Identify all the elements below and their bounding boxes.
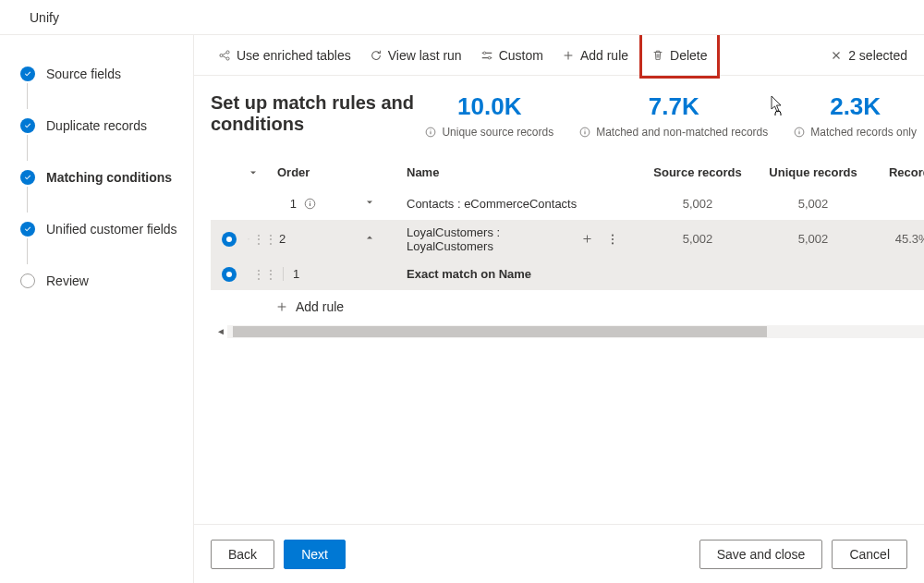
row-source-records: 5,002 <box>638 191 758 216</box>
cancel-button[interactable]: Cancel <box>832 540 907 569</box>
step-review[interactable]: Review <box>20 270 182 292</box>
custom-button[interactable]: Custom <box>473 44 551 67</box>
use-enriched-tables-button[interactable]: Use enriched tables <box>211 44 359 67</box>
step-source-fields[interactable]: Source fields <box>20 63 182 85</box>
step-label: Source fields <box>46 67 121 81</box>
horizontal-scrollbar[interactable]: ◄ ► <box>211 325 924 338</box>
plus-icon <box>562 49 575 62</box>
chevron-down-icon[interactable] <box>364 197 375 208</box>
plus-icon <box>275 300 288 313</box>
add-rule-row[interactable]: Add rule <box>211 290 924 323</box>
check-icon <box>20 67 35 81</box>
table-row[interactable]: ⋮⋮ 2 LoyalCustomers : LoyalCustomers 5,0… <box>211 220 924 259</box>
step-matching-conditions[interactable]: Matching conditions <box>20 166 182 188</box>
info-icon <box>579 127 590 138</box>
step-duplicate-records[interactable]: Duplicate records <box>20 115 182 137</box>
button-label: Use enriched tables <box>237 48 351 63</box>
button-label: Custom <box>499 48 543 63</box>
stat-value: 7.7K <box>579 92 768 121</box>
row-order: 2 <box>279 232 286 246</box>
stat-matched-only: 2.3K Matched records only <box>794 92 917 140</box>
scroll-left-icon[interactable]: ◄ <box>214 326 227 336</box>
button-label: Add rule <box>580 48 628 63</box>
stat-label: Matched records only <box>810 125 917 140</box>
save-and-close-button[interactable]: Save and close <box>699 540 823 569</box>
stat-matched-nonmatched: 7.7K Matched and non-matched records <box>579 92 768 140</box>
command-bar: Use enriched tables View last run Custom… <box>194 35 924 76</box>
button-label: Delete <box>670 48 707 63</box>
row-name: Contacts : eCommerceContacts <box>407 191 638 216</box>
step-unified-customer-fields[interactable]: Unified customer fields <box>20 218 182 240</box>
row-records <box>869 199 924 210</box>
step-label: Duplicate records <box>46 118 147 133</box>
row-selected-icon[interactable] <box>222 232 237 247</box>
selection-count-label: 2 selected <box>848 48 907 63</box>
info-icon[interactable] <box>304 198 316 210</box>
stat-value: 2.3K <box>794 92 917 121</box>
x-icon <box>830 49 843 62</box>
table-header: Order Name Source records Unique records… <box>211 157 924 188</box>
step-label: Unified customer fields <box>46 222 177 237</box>
col-source-records[interactable]: Source records <box>638 165 758 179</box>
plus-icon[interactable] <box>581 233 593 245</box>
stat-value: 10.0K <box>425 92 553 121</box>
view-last-run-button[interactable]: View last run <box>362 44 469 67</box>
col-unique-records[interactable]: Unique records <box>758 165 869 179</box>
refresh-icon <box>370 49 383 62</box>
steps-sidebar: Source fields Duplicate records Matching… <box>0 35 194 583</box>
scrollbar-track[interactable] <box>227 325 924 338</box>
chevron-down-icon[interactable] <box>248 167 259 178</box>
stats-panel: 10.0K Unique source records 7.7K Matched… <box>425 92 924 140</box>
scrollbar-thumb[interactable] <box>233 326 767 337</box>
footer: Back Next Save and close Cancel <box>194 524 924 583</box>
next-button[interactable]: Next <box>284 540 346 569</box>
app-title: Unify <box>30 10 59 25</box>
drag-handle-icon[interactable]: ⋮⋮ <box>253 268 277 281</box>
info-icon <box>794 127 805 138</box>
stat-label: Unique source records <box>442 125 553 140</box>
check-icon <box>20 118 35 133</box>
selection-count[interactable]: 2 selected <box>830 48 907 63</box>
check-icon <box>20 222 35 237</box>
page-title: Set up match rules and conditions <box>211 92 425 135</box>
step-label: Review <box>46 273 89 288</box>
drag-handle-icon[interactable]: ⋮⋮ <box>253 233 277 246</box>
row-selected-icon[interactable] <box>222 267 237 282</box>
delete-button[interactable]: Delete <box>639 35 719 79</box>
add-rule-label: Add rule <box>296 299 344 314</box>
button-label: View last run <box>388 48 462 63</box>
sliders-icon <box>480 49 493 62</box>
col-name[interactable]: Name <box>407 165 638 179</box>
chevron-up-icon[interactable] <box>364 232 375 243</box>
share-icon <box>218 49 231 62</box>
app-header: Unify <box>0 0 924 35</box>
col-order[interactable]: Order <box>277 165 333 179</box>
row-unique-records: 5,002 <box>758 191 869 216</box>
row-name: LoyalCustomers : LoyalCustomers <box>407 225 581 253</box>
row-name: Exact match on Name <box>407 261 638 286</box>
row-records: 45.3% m <box>869 226 924 251</box>
pending-icon <box>20 273 35 288</box>
add-rule-button[interactable]: Add rule <box>554 44 636 67</box>
trash-icon <box>651 49 664 62</box>
table-row[interactable]: 1 Contacts : eCommerceContacts 5,002 5,0… <box>211 188 924 220</box>
info-icon <box>425 127 436 138</box>
row-source-records: 5,002 <box>638 226 758 251</box>
col-records[interactable]: Records <box>869 165 924 179</box>
row-order: 1 <box>290 197 297 211</box>
back-button[interactable]: Back <box>211 540 274 569</box>
stat-unique-source: 10.0K Unique source records <box>425 92 553 140</box>
step-label: Matching conditions <box>46 170 172 185</box>
chevron-down-icon[interactable] <box>248 234 249 245</box>
check-icon <box>20 170 35 185</box>
table-row[interactable]: ⋮⋮ 1 Exact match on Name <box>211 259 924 290</box>
more-icon[interactable] <box>606 233 619 246</box>
row-order: 1 <box>283 267 299 281</box>
row-unique-records: 5,002 <box>758 226 869 251</box>
stat-label: Matched and non-matched records <box>596 125 768 140</box>
